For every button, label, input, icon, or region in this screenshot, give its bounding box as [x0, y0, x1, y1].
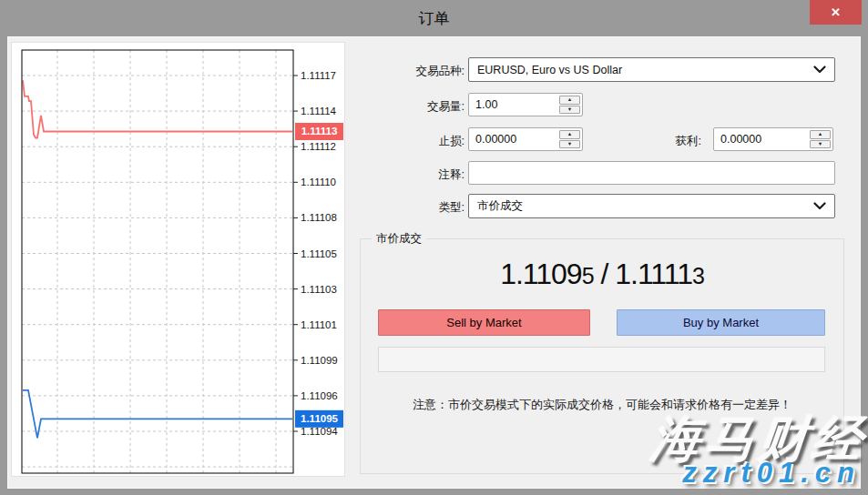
bid-price-last-digit: 5 [582, 263, 594, 288]
tick-chart: 1.111171.111141.111121.111101.111081.111… [12, 43, 346, 478]
comment-field [468, 161, 835, 185]
window-title: 订单 [0, 8, 868, 29]
sell-by-market-button[interactable]: Sell by Market [378, 309, 590, 336]
order-type-select[interactable]: 市价成交 [468, 194, 835, 218]
svg-text:1.11117: 1.11117 [301, 70, 336, 81]
svg-text:1.11110: 1.11110 [301, 177, 336, 187]
spinner-up-icon[interactable]: ▲ [559, 96, 580, 105]
close-button[interactable]: ✕ [810, 0, 862, 25]
group-title: 市价成交 [372, 231, 426, 247]
svg-text:1.11105: 1.11105 [301, 248, 337, 259]
ask-price-main: 1.1111 [615, 258, 692, 290]
titlebar: 订单 ✕ [0, 0, 868, 36]
bid-ask-price: 1.11095 / 1.11113 [360, 258, 844, 291]
svg-text:1.11099: 1.11099 [301, 355, 338, 366]
volume-field: ▲ ▼ [468, 93, 583, 116]
buy-by-market-button[interactable]: Buy by Market [617, 309, 825, 336]
price-separator: / [594, 258, 616, 290]
svg-text:1.11095: 1.11095 [301, 413, 339, 424]
symbol-label: 交易品种: [357, 64, 465, 79]
stop-loss-field: ▲ ▼ [468, 127, 583, 151]
spinner-down-icon[interactable]: ▼ [559, 140, 580, 149]
spinner-down-icon[interactable]: ▼ [559, 106, 580, 115]
order-type-label: 类型: [357, 200, 465, 216]
volume-label: 交易量: [357, 99, 465, 115]
svg-text:1.11114: 1.11114 [301, 106, 337, 116]
spinner-up-icon[interactable]: ▲ [559, 130, 580, 139]
bid-price-main: 1.1109 [500, 258, 582, 290]
tick-chart-card: 1.111171.111141.111121.111101.111081.111… [11, 42, 345, 477]
spinner-up-icon[interactable]: ▲ [810, 130, 831, 139]
volume-stepper: ▲ ▼ [559, 96, 580, 114]
symbol-value: EURUSD, Euro vs US Dollar [477, 64, 813, 76]
watermark-site: zzrt01.cn [682, 457, 861, 490]
order-dialog-window: 订单 ✕ 1.111171.111141.111121.111101.11108… [0, 0, 868, 495]
svg-text:1.11096: 1.11096 [301, 390, 338, 401]
svg-text:1.11108: 1.11108 [301, 212, 337, 223]
chevron-down-icon [813, 66, 826, 74]
order-type-value: 市价成交 [477, 198, 813, 214]
svg-text:1.11103: 1.11103 [301, 284, 337, 295]
close-icon: ✕ [831, 5, 841, 19]
spinner-down-icon[interactable]: ▼ [810, 140, 831, 149]
comment-label: 注释: [357, 167, 465, 183]
execution-progress-bar [378, 347, 825, 372]
svg-text:1.11101: 1.11101 [301, 319, 337, 330]
volume-input[interactable] [469, 94, 557, 116]
comment-input[interactable] [469, 162, 834, 184]
take-profit-field: ▲ ▼ [713, 127, 833, 151]
stop-loss-stepper: ▲ ▼ [559, 130, 580, 148]
ask-price-last-digit: 3 [692, 263, 704, 288]
svg-text:1.11113: 1.11113 [301, 126, 338, 136]
stop-loss-label: 止损: [357, 134, 465, 149]
symbol-select[interactable]: EURUSD, Euro vs US Dollar [468, 57, 835, 82]
svg-text:1.11112: 1.11112 [301, 141, 336, 152]
take-profit-input[interactable] [714, 128, 807, 150]
chevron-down-icon [813, 202, 826, 210]
stop-loss-input[interactable] [469, 128, 557, 150]
take-profit-stepper: ▲ ▼ [810, 130, 831, 148]
take-profit-label: 获利: [594, 134, 701, 149]
